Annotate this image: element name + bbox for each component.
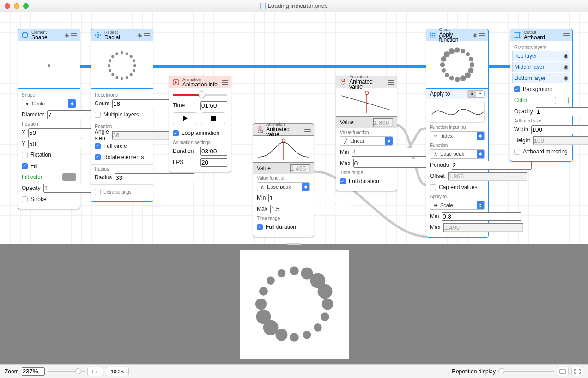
resize-handle-icon[interactable]: [287, 243, 301, 245]
svg-point-39: [430, 34, 432, 36]
full-duration-checkbox[interactable]: [257, 224, 263, 230]
layer-row[interactable]: Top layer◉: [512, 51, 570, 61]
node-radial[interactable]: RepeatRadial ◉ Repetitions Count Multipl…: [91, 29, 153, 202]
menu-icon[interactable]: [71, 33, 77, 37]
rotation-checkbox[interactable]: [22, 152, 28, 158]
opacity-input[interactable]: [536, 107, 588, 116]
stroke-checkbox[interactable]: [22, 196, 28, 202]
menu-icon[interactable]: [479, 33, 485, 37]
svg-point-7: [121, 51, 123, 54]
width-input[interactable]: [531, 125, 588, 134]
multiple-layers-checkbox[interactable]: [95, 112, 101, 118]
zoom-slider[interactable]: [48, 368, 85, 375]
node-animated-value-2[interactable]: 123 AnimationAnimated value Value Value …: [336, 76, 397, 191]
max-input[interactable]: [270, 205, 350, 213]
node-canvas[interactable]: ElementShape ◉ Shape ●Circle Diameter Po…: [0, 12, 588, 244]
rotate-elements-checkbox[interactable]: [95, 154, 101, 160]
svg-point-9: [130, 55, 133, 58]
time-input[interactable]: [200, 101, 227, 110]
radius-input[interactable]: [115, 173, 194, 182]
layer-row[interactable]: Middle layer◉: [512, 62, 570, 72]
apply-fn-preview: [426, 41, 488, 89]
node-shape[interactable]: ElementShape ◉ Shape ●Circle Diameter Po…: [18, 29, 80, 209]
apply-target-select[interactable]: ⊕Scale: [430, 201, 485, 210]
svg-point-80: [267, 276, 275, 285]
background-checkbox[interactable]: [514, 86, 520, 92]
max-input[interactable]: [443, 223, 523, 232]
svg-point-78: [255, 299, 266, 310]
color-label[interactable]: Color: [514, 97, 552, 104]
node-apply-function[interactable]: GroupApply function ◉ Apply to ⠿ ⠛ Funct…: [426, 29, 489, 238]
full-circle-checkbox[interactable]: [95, 143, 101, 149]
value-graph-preview: [253, 136, 314, 163]
svg-point-42: [430, 36, 432, 37]
loop-checkbox[interactable]: [173, 130, 179, 136]
node-animated-value-1[interactable]: 123 AnimationAnimated value Value Value …: [253, 123, 314, 237]
line-icon: ╱: [343, 138, 348, 144]
svg-point-22: [115, 52, 118, 55]
svg-marker-24: [175, 81, 177, 84]
repetition-slider[interactable]: [498, 368, 554, 375]
mirroring-checkbox[interactable]: [514, 149, 520, 155]
visibility-icon[interactable]: ◉: [64, 32, 69, 38]
value-function-select[interactable]: ∧Ease peak: [257, 182, 310, 191]
function-input-select[interactable]: ⠿Index: [430, 131, 485, 140]
artboard-icon: [513, 31, 521, 39]
visibility-icon[interactable]: ◉: [564, 75, 568, 81]
stop-button[interactable]: [201, 112, 225, 124]
svg-point-49: [470, 62, 474, 67]
menu-icon[interactable]: [563, 33, 570, 37]
svg-point-66: [290, 266, 299, 275]
visibility-icon[interactable]: ◉: [564, 53, 568, 59]
duration-input[interactable]: [200, 147, 227, 156]
fill-color-label[interactable]: Fill color: [22, 174, 60, 180]
periods-input[interactable]: [452, 161, 532, 170]
svg-point-29: [282, 139, 285, 142]
fullscreen-icon[interactable]: [571, 367, 583, 376]
extra-settings-checkbox[interactable]: [95, 189, 101, 195]
menu-icon[interactable]: [388, 80, 394, 85]
svg-point-13: [130, 73, 133, 76]
node-artboard[interactable]: OutputArtboard Graphics layers Top layer…: [510, 29, 573, 162]
hundred-button[interactable]: 100%: [106, 367, 129, 376]
min-input[interactable]: [442, 212, 521, 221]
fit-button[interactable]: Fit: [87, 367, 103, 376]
fill-color-swatch[interactable]: [62, 173, 76, 181]
menu-icon[interactable]: [304, 128, 311, 132]
menu-icon[interactable]: [144, 33, 150, 37]
color-swatch[interactable]: [555, 97, 569, 104]
visibility-icon[interactable]: ◉: [137, 32, 142, 38]
cap-checkbox[interactable]: [430, 184, 436, 190]
svg-point-55: [445, 73, 449, 77]
visibility-icon[interactable]: ◉: [473, 32, 477, 38]
full-duration-checkbox[interactable]: [340, 178, 346, 184]
svg-point-21: [111, 55, 114, 58]
svg-point-69: [317, 284, 332, 299]
node-animation-info[interactable]: AnimationAnimation info Time Loop animat…: [169, 76, 231, 172]
height-input[interactable]: [533, 136, 588, 145]
value-function-select[interactable]: ╱Linear: [340, 136, 393, 146]
min-input[interactable]: [268, 194, 348, 202]
svg-point-45: [455, 47, 460, 53]
layout-icon[interactable]: [557, 367, 569, 376]
time-slider[interactable]: [173, 90, 227, 99]
visibility-icon[interactable]: ◉: [564, 64, 568, 70]
layer-row[interactable]: Bottom layer◉: [512, 73, 570, 83]
animated-value-icon: 123: [339, 78, 347, 86]
menu-icon[interactable]: [222, 80, 228, 85]
svg-point-38: [434, 32, 436, 34]
shape-select[interactable]: ●Circle: [22, 99, 76, 108]
document-icon: [260, 3, 266, 9]
svg-point-71: [321, 312, 329, 321]
function-select[interactable]: ∧Ease peak: [430, 149, 485, 159]
fps-input[interactable]: [200, 158, 227, 167]
max-input[interactable]: [353, 159, 433, 168]
play-button[interactable]: [173, 112, 197, 124]
offset-input[interactable]: [448, 172, 527, 181]
curve-icon: ∧: [260, 184, 265, 190]
fill-checkbox[interactable]: [22, 163, 28, 169]
apply-to-toggle[interactable]: ⠿ ⠛: [467, 90, 485, 98]
min-input[interactable]: [352, 148, 431, 157]
zoom-value-input[interactable]: [22, 367, 45, 376]
index-icon: ⠿: [433, 133, 438, 139]
